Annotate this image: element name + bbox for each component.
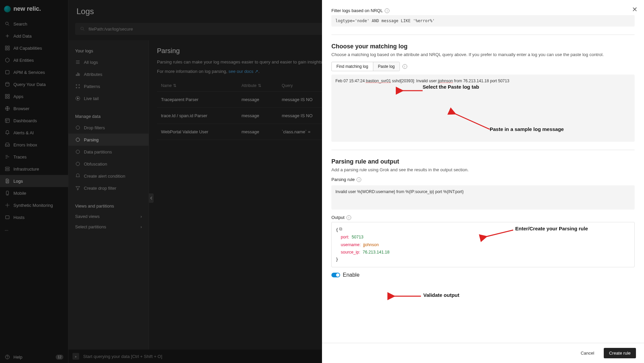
divider (331, 35, 635, 35)
output-box: ⧉ { port: 50713 username: jjohnson sourc… (331, 222, 635, 267)
rule-output-desc: Add a parsing rule using Grok and see th… (331, 167, 635, 172)
sample-log-textarea[interactable]: Feb 07 15:47:24 bastion_svr01 sshd[20393… (331, 75, 635, 142)
cancel-button[interactable]: Cancel (575, 348, 599, 358)
tab-find-log[interactable]: Find matching log (332, 62, 373, 71)
info-icon[interactable]: i (402, 64, 407, 69)
choose-log-desc: Choose a matching log based on the attri… (331, 52, 635, 57)
info-icon[interactable]: i (357, 177, 361, 182)
close-button[interactable]: ✕ (631, 5, 639, 13)
divider (331, 150, 635, 150)
enable-row: Enable (331, 272, 635, 278)
rule-output-heading: Parsing rule and output (331, 158, 635, 165)
info-icon[interactable]: i (385, 8, 389, 13)
enable-toggle[interactable] (331, 273, 340, 277)
parsing-rule-input[interactable]: Invalid user %{WORD:username} from %{IP:… (331, 185, 635, 210)
info-icon[interactable]: i (346, 215, 351, 220)
create-rule-button[interactable]: Create rule (604, 348, 636, 358)
create-rule-drawer: ✕ Filter logs based on NRQL i Choose you… (322, 0, 644, 349)
tab-paste-log[interactable]: Paste log (373, 62, 399, 71)
parsing-rule-label: Parsing rule i (331, 177, 635, 182)
output-label: Output i (331, 215, 635, 220)
copy-icon[interactable]: ⧉ (339, 226, 342, 233)
filter-label: Filter logs based on NRQL i (331, 8, 635, 13)
drawer-footer: Cancel Create rule (322, 343, 644, 363)
enable-label: Enable (343, 272, 360, 278)
nrql-filter-input[interactable] (331, 15, 635, 27)
choose-log-heading: Choose your matching log (331, 43, 635, 50)
log-source-tabs: Find matching log Paste log (331, 62, 400, 71)
